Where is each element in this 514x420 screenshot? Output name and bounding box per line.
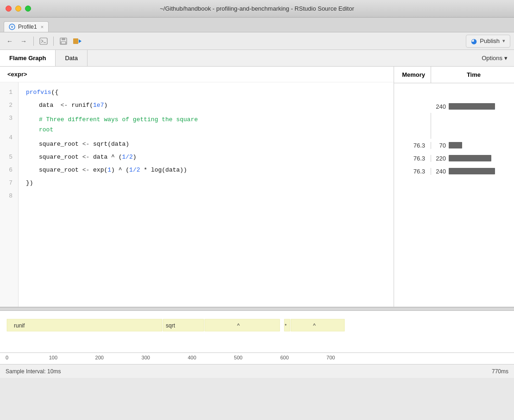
metrics-rows: 240 76.3 70	[394, 83, 514, 204]
total-time: 770ms	[492, 368, 508, 375]
flame-chart: runif sqrt ^ * ^	[0, 311, 514, 352]
time-bar-6	[449, 168, 495, 174]
code-line-4: square_root <- sqrt(data)	[26, 138, 386, 151]
profile-icon	[9, 24, 15, 30]
flame-label-caret2: ^	[313, 322, 316, 329]
metric-row-7	[394, 178, 514, 191]
options-dropdown-icon: ▾	[504, 55, 508, 62]
code-panel: <expr> 1 2 3 4 5 6 7 8 profvis({	[0, 67, 394, 307]
code-area-container: 1 2 3 4 5 6 7 8 profvis({ data <	[0, 82, 394, 307]
metrics-panel: Memory Time 240	[394, 67, 514, 307]
close-button[interactable]	[6, 6, 12, 12]
svg-point-0	[9, 24, 15, 30]
window-title: ~/Github/handbook - profiling-and-benchm…	[160, 5, 354, 12]
tab-close-button[interactable]: ×	[41, 24, 44, 30]
axis-label-500: 500	[234, 355, 242, 360]
sample-interval: Sample Interval: 10ms	[6, 368, 61, 375]
code-line-8	[26, 190, 386, 203]
line-num-4: 4	[6, 125, 13, 151]
publish-icon: ◕	[471, 37, 477, 45]
view-tabs: Flame Graph Data Options ▾	[0, 50, 514, 67]
save-button[interactable]	[57, 35, 69, 47]
flame-label-star: *	[285, 323, 287, 328]
code-line-5: square_root <- data ^ (1/2)	[26, 151, 386, 164]
tab-flame-graph[interactable]: Flame Graph	[0, 50, 56, 66]
traffic-lights	[6, 6, 31, 12]
metric-row-2: 240	[394, 100, 514, 113]
axis-label-0: 0	[6, 355, 8, 360]
svg-marker-7	[79, 39, 81, 43]
tab-data[interactable]: Data	[56, 50, 87, 66]
metrics-header: Memory Time	[394, 67, 514, 83]
minimize-button[interactable]	[15, 6, 21, 12]
toolbar-separator-1	[33, 37, 34, 46]
line-num-7: 7	[6, 177, 13, 190]
expr-label: <expr>	[7, 71, 27, 78]
flame-area: runif sqrt ^ * ^ 0 100 200 300 400 500 6…	[0, 311, 514, 364]
flame-label-runif: runif	[14, 322, 25, 329]
publish-button[interactable]: ◕ Publish ▾	[466, 35, 510, 48]
axis-label-400: 400	[188, 355, 196, 360]
toolbar-separator-2	[53, 37, 54, 46]
code-text-area[interactable]: profvis({ data <- runif(1e7) # Three dif…	[19, 82, 394, 307]
axis-labels: 0 100 200 300 400 500 600 700	[7, 355, 350, 364]
axis-label-600: 600	[280, 355, 288, 360]
line-num-2: 2	[6, 99, 13, 112]
metric-row-6: 76.3 240	[394, 165, 514, 178]
tab-label: Profile1	[18, 24, 37, 30]
axis-label-200: 200	[95, 355, 104, 360]
memory-header: Memory	[394, 67, 431, 83]
run-icon	[73, 37, 82, 45]
titlebar: ~/Github/handbook - profiling-and-benchm…	[0, 0, 514, 18]
main-content: <expr> 1 2 3 4 5 6 7 8 profvis({	[0, 67, 514, 307]
line-num-3: 3	[6, 112, 13, 125]
code-line-1: profvis({	[26, 86, 386, 99]
tab-bar: Profile1 ×	[0, 18, 514, 32]
code-line-6: square_root <- exp(1) ^ (1/2 * log(data)…	[26, 164, 386, 177]
back-button[interactable]: ←	[4, 35, 16, 47]
forward-button[interactable]: →	[18, 35, 30, 47]
time-bar-4	[449, 142, 462, 148]
source-button[interactable]	[38, 35, 50, 47]
line-num-1: 1	[6, 86, 13, 99]
metric-row-8	[394, 191, 514, 204]
profile1-tab[interactable]: Profile1 ×	[4, 21, 49, 32]
code-metrics-container: <expr> 1 2 3 4 5 6 7 8 profvis({	[0, 67, 514, 307]
time-header: Time	[431, 67, 514, 83]
source-icon	[39, 37, 48, 45]
flame-bar-caret1[interactable]	[205, 319, 280, 331]
flame-svg: runif sqrt ^ * ^	[0, 315, 514, 352]
line-numbers: 1 2 3 4 5 6 7 8	[0, 82, 19, 307]
toolbar: ← → ◕ Publish ▾	[0, 32, 514, 50]
svg-rect-5	[61, 42, 66, 44]
metric-row-4: 76.3 70	[394, 139, 514, 152]
expr-header: <expr>	[0, 67, 394, 82]
publish-dropdown-icon: ▾	[502, 38, 505, 44]
axis-area: 0 100 200 300 400 500 600 700	[0, 352, 514, 364]
line-num-5: 5	[6, 151, 13, 164]
svg-rect-4	[62, 38, 65, 40]
resize-divider[interactable]	[0, 307, 514, 311]
metric-row-1	[394, 87, 514, 100]
code-line-2: data <- runif(1e7)	[26, 99, 386, 112]
publish-label: Publish	[480, 37, 500, 44]
metric-row-3	[394, 113, 514, 139]
line-num-6: 6	[6, 164, 13, 177]
save-icon	[59, 37, 68, 45]
statusbar: Sample Interval: 10ms 770ms	[0, 364, 514, 378]
code-line-3: # Three different ways of getting the sq…	[26, 112, 386, 138]
code-line-7: })	[26, 177, 386, 190]
maximize-button[interactable]	[25, 6, 31, 12]
time-bar-5	[449, 155, 491, 161]
line-num-8: 8	[6, 190, 13, 203]
axis-label-700: 700	[326, 355, 335, 360]
flame-bar-caret2[interactable]	[291, 319, 345, 331]
metric-row-5: 76.3 220	[394, 152, 514, 165]
axis-label-100: 100	[49, 355, 57, 360]
run-button[interactable]	[71, 35, 83, 47]
flame-label-sqrt: sqrt	[166, 322, 176, 329]
flame-label-caret1: ^	[237, 322, 240, 329]
options-button[interactable]: Options ▾	[475, 50, 514, 66]
flame-bar-runif[interactable]	[7, 319, 162, 331]
time-bar-2	[449, 103, 495, 110]
